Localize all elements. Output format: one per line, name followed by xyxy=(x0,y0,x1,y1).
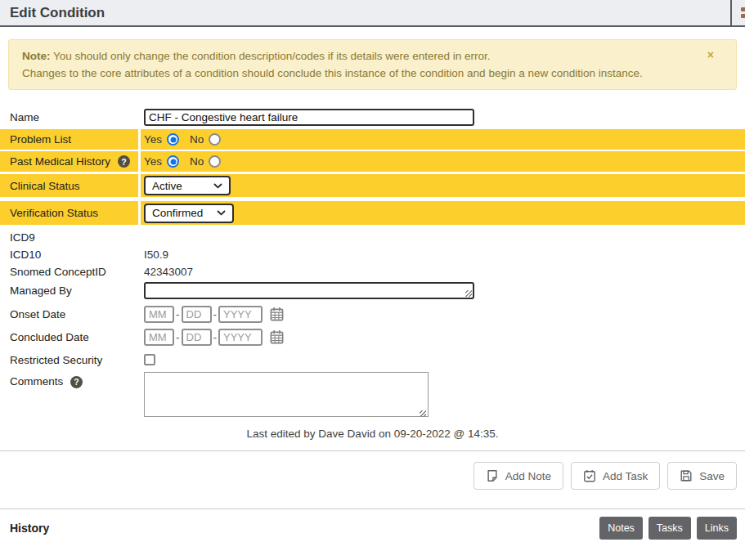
warning-note: Note: You should only change the conditi… xyxy=(8,39,737,90)
note-icon xyxy=(486,469,499,482)
concluded-month-input[interactable] xyxy=(144,329,174,346)
add-task-button[interactable]: Add Task xyxy=(571,462,660,490)
clipped-menu-icon xyxy=(741,7,745,20)
managed-by-row: Managed By xyxy=(0,280,745,300)
snomed-value: 42343007 xyxy=(141,266,745,278)
problem-list-yes-label: Yes xyxy=(144,133,162,146)
clinical-status-label: Clinical Status xyxy=(10,180,83,192)
tasks-button[interactable]: Tasks xyxy=(649,517,691,540)
restricted-security-checkbox[interactable] xyxy=(144,354,155,365)
window-header: Edit Condition xyxy=(0,0,745,27)
restricted-security-row: Restricted Security xyxy=(0,350,745,370)
help-icon[interactable]: ? xyxy=(70,376,83,388)
snomed-label: Snomed ConceptID xyxy=(0,266,141,278)
restricted-security-label: Restricted Security xyxy=(0,354,141,366)
past-medical-history-row: Past Medical History ? Yes No xyxy=(0,151,745,172)
problem-list-no-label: No xyxy=(190,133,204,146)
problem-list-yes-radio[interactable] xyxy=(167,133,179,146)
icd9-label: ICD9 xyxy=(0,231,141,244)
task-calendar-icon xyxy=(583,469,596,482)
save-button[interactable]: Save xyxy=(667,462,737,490)
pmh-yes-radio[interactable] xyxy=(167,155,179,168)
action-buttons: Add Note Add Task Save xyxy=(0,451,745,490)
links-button[interactable]: Links xyxy=(697,517,737,540)
calendar-icon[interactable] xyxy=(269,329,285,345)
resize-grip[interactable] xyxy=(420,410,426,417)
note-prefix: Note: xyxy=(22,50,51,62)
concluded-year-input[interactable] xyxy=(218,329,263,346)
header-divider xyxy=(730,0,732,25)
onset-day-input[interactable] xyxy=(182,306,212,323)
help-icon[interactable]: ? xyxy=(118,155,130,168)
pmh-yes-label: Yes xyxy=(144,155,162,168)
calendar-icon[interactable] xyxy=(269,307,285,322)
history-title: History xyxy=(10,522,49,535)
concluded-date-row: Concluded Date - - xyxy=(0,326,745,348)
pmh-no-label: No xyxy=(190,155,204,168)
icd10-row: ICD10 I50.9 xyxy=(0,246,745,263)
last-edited-text: Last edited by Dave David on 09-20-2022 … xyxy=(0,428,745,440)
onset-year-input[interactable] xyxy=(218,306,263,323)
past-medical-history-label: Past Medical History xyxy=(10,155,114,168)
onset-date-label: Onset Date xyxy=(0,308,141,320)
clinical-status-select[interactable]: Active xyxy=(144,176,231,195)
note-line-1: Note: You should only change the conditi… xyxy=(22,47,658,65)
icd9-row: ICD9 xyxy=(0,229,745,246)
managed-by-label: Managed By xyxy=(0,284,141,297)
icd10-label: ICD10 xyxy=(0,249,141,261)
problem-list-row: Problem List Yes No xyxy=(0,129,745,150)
add-note-button[interactable]: Add Note xyxy=(473,462,563,490)
verification-status-label: Verification Status xyxy=(10,207,101,219)
resize-grip[interactable] xyxy=(465,290,472,297)
comments-label: Comments xyxy=(10,375,63,388)
onset-month-input[interactable] xyxy=(144,306,174,323)
verification-status-row: Verification Status Confirmed xyxy=(0,201,745,225)
icd10-value: I50.9 xyxy=(141,249,745,261)
notes-button[interactable]: Notes xyxy=(599,517,643,540)
close-icon[interactable]: × xyxy=(707,51,714,59)
edit-condition-window: Edit Condition Note: You should only cha… xyxy=(0,0,745,560)
problem-list-no-radio[interactable] xyxy=(209,133,221,146)
chevron-down-icon xyxy=(213,183,222,189)
managed-by-input[interactable] xyxy=(144,282,474,299)
condition-form: Name Problem List Yes No Past Medical Hi… xyxy=(0,106,745,440)
verification-status-select[interactable]: Confirmed xyxy=(144,204,234,223)
clinical-status-row: Clinical Status Active xyxy=(0,174,745,197)
comments-row: Comments ? xyxy=(0,372,745,419)
history-section: History Notes Tasks Links xyxy=(0,509,745,540)
name-label: Name xyxy=(0,111,141,123)
chevron-down-icon xyxy=(217,210,226,216)
name-row: Name xyxy=(0,106,745,128)
page-title: Edit Condition xyxy=(0,0,745,25)
comments-textarea[interactable] xyxy=(144,372,429,417)
snomed-row: Snomed ConceptID 42343007 xyxy=(0,263,745,280)
note-line-2: Changes to the core attributes of a cond… xyxy=(22,65,658,82)
save-icon xyxy=(680,469,693,482)
problem-list-label: Problem List xyxy=(10,133,74,146)
onset-date-row: Onset Date - - xyxy=(0,303,745,325)
pmh-no-radio[interactable] xyxy=(209,155,221,168)
concluded-date-label: Concluded Date xyxy=(0,331,141,343)
concluded-day-input[interactable] xyxy=(182,329,212,346)
name-input[interactable] xyxy=(144,109,474,126)
